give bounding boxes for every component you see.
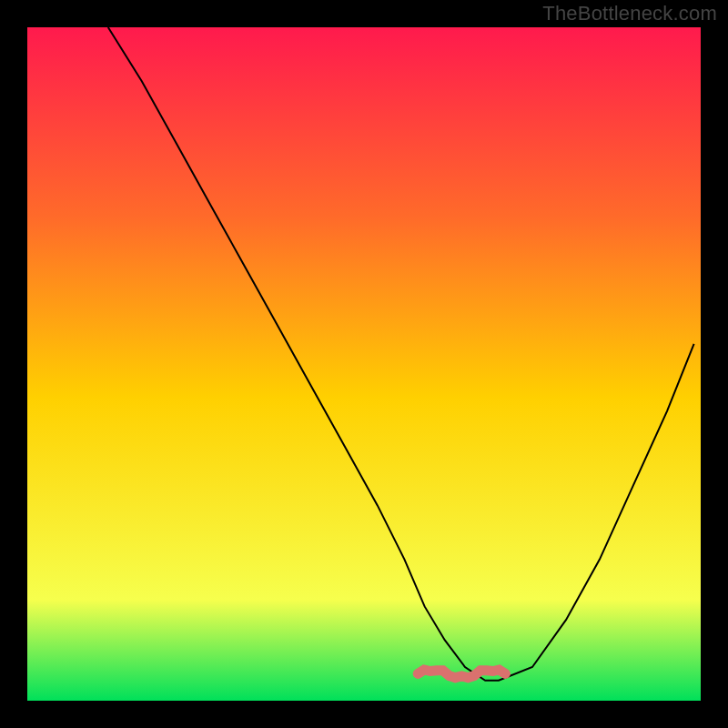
- bottleneck-chart: [27, 27, 701, 701]
- watermark-text: TheBottleneck.com: [542, 2, 717, 25]
- chart-frame: TheBottleneck.com: [0, 0, 728, 728]
- plot-area: [27, 27, 701, 701]
- gradient-background: [27, 27, 701, 701]
